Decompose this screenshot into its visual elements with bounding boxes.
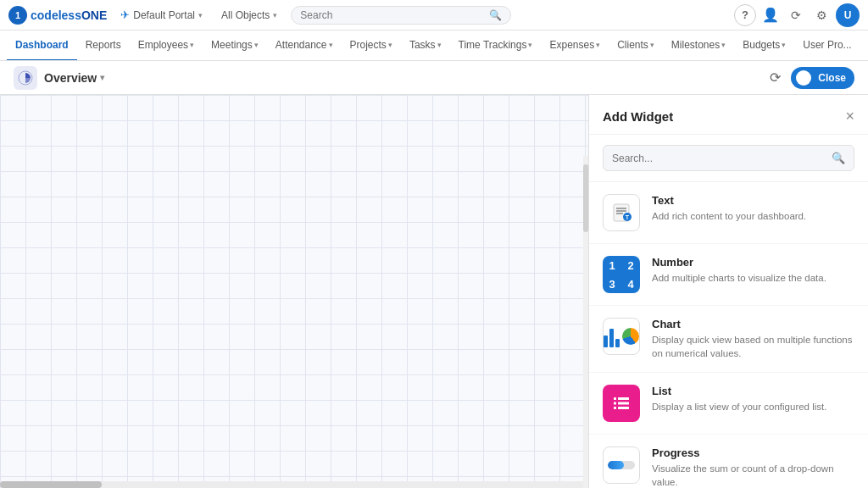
dashboard-header: Overview ▾ ⟳ Close [0,61,868,95]
budgets-chevron: ▾ [782,41,786,49]
avatar-button[interactable]: U [836,3,860,27]
text-widget-name: Text [652,194,806,207]
overview-chevron: ▾ [100,73,104,82]
dashboard-body: Add Widget × 🔍 [0,95,868,488]
all-objects-label: All Objects [221,9,270,21]
panel-header: Add Widget × [589,95,868,135]
list-widget-desc: Display a list view of your configured l… [652,400,826,413]
panel-search-icon: 🔍 [832,152,845,164]
chart-widget-desc: Display quick view based on multiple fun… [652,333,854,360]
progress-widget-name: Progress [652,446,854,459]
all-objects-chevron: ▾ [273,11,277,19]
navbar: Dashboard Reports Employees ▾ Meetings ▾… [0,30,868,61]
refresh-button[interactable]: ⟳ [766,66,784,89]
topbar: 1 codelessONE ✈ Default Portal ▾ All Obj… [0,0,868,30]
number-widget-desc: Add multiple charts to visualize the dat… [652,271,826,285]
progress-bar-container [608,461,635,469]
text-widget-desc: Add rich content to your dashboard. [652,209,806,223]
widget-item-text[interactable]: T Text Add rich content to your dashboar… [589,182,868,244]
widget-item-progress[interactable]: Progress Visualize the sum or count of a… [589,435,868,488]
chart-widget-info: Chart Display quick view based on multip… [652,318,854,360]
portal-chevron: ▾ [198,11,203,19]
dashboard-header-left: Overview ▾ [14,66,104,90]
add-widget-panel: Add Widget × 🔍 [588,95,868,488]
list-widget-icon [603,385,640,422]
svg-rect-10 [618,402,629,405]
expenses-chevron: ▾ [596,41,600,49]
close-toggle-button[interactable]: Close [791,67,854,89]
portal-icon: ✈ [120,8,130,21]
list-widget-name: List [652,385,826,397]
dashboard-icon [18,70,33,86]
progress-widget-desc: Visualize the sum or count of a drop-dow… [652,462,854,488]
list-icon-svg [611,393,632,413]
chart-widget-icon [603,318,640,355]
nav-item-userpro[interactable]: User Pro... [794,30,860,61]
nav-item-milestones[interactable]: Milestones ▾ [663,30,734,61]
nav-item-budgets[interactable]: Budgets ▾ [734,30,794,61]
grid-scrollbar-thumb[interactable] [0,481,102,488]
nav-item-expenses[interactable]: Expenses ▾ [541,30,609,61]
svg-text:T: T [626,214,630,220]
dashboard-header-right: ⟳ Close [766,66,854,89]
user-icon-button[interactable]: 👤 [760,4,782,26]
bar-1 [604,336,608,347]
nav-item-employees[interactable]: Employees ▾ [130,30,203,61]
employees-chevron: ▾ [190,41,194,49]
bar-3 [615,339,620,347]
portal-label: Default Portal [133,9,195,21]
widget-list: T Text Add rich content to your dashboar… [589,182,868,488]
toggle-circle [796,70,811,86]
nav-item-tasks[interactable]: Tasks ▾ [401,30,450,61]
nav-item-meetings[interactable]: Meetings ▾ [203,30,267,61]
widget-item-chart[interactable]: Chart Display quick view based on multip… [589,306,868,373]
settings-button[interactable]: ⚙ [810,4,832,26]
logo[interactable]: 1 codelessONE [8,6,107,25]
num-3: 3 [609,279,615,290]
num-1: 1 [609,260,615,271]
progress-widget-info: Progress Visualize the sum or count of a… [652,446,854,488]
panel-search-input[interactable] [612,152,826,164]
history-button[interactable]: ⟳ [785,4,807,26]
svg-rect-12 [618,407,629,409]
overview-title-text: Overview [44,71,97,85]
chart-bars [604,325,620,347]
text-icon-svg: T [610,202,632,224]
pie-chart-icon [622,328,639,345]
nav-item-projects[interactable]: Projects ▾ [342,30,401,61]
progress-widget-icon [603,446,640,484]
nav-item-clients[interactable]: Clients ▾ [609,30,663,61]
grid-scrollbar[interactable] [0,481,588,488]
widget-item-list[interactable]: List Display a list view of your configu… [589,373,868,435]
svg-rect-9 [614,402,616,405]
topbar-icons: ? 👤 ⟳ ⚙ U [734,3,860,27]
text-widget-info: Text Add rich content to your dashboard. [652,194,806,223]
timetrackings-chevron: ▾ [528,41,532,49]
number-widget-icon: 1 2 3 4 [603,256,640,293]
panel-search-box[interactable]: 🔍 [603,145,854,171]
milestones-chevron: ▾ [721,41,726,49]
panel-close-button[interactable]: × [845,108,854,124]
list-widget-info: List Display a list view of your configu… [652,385,826,413]
grid-area [0,95,588,488]
svg-rect-8 [618,397,629,400]
nav-item-timetrackings[interactable]: Time Trackings ▾ [450,30,542,61]
help-button[interactable]: ? [734,4,756,26]
attendance-chevron: ▾ [329,41,333,49]
topbar-search-input[interactable] [300,9,484,21]
topbar-search[interactable]: 🔍 [291,6,511,25]
number-widget-info: Number Add multiple charts to visualize … [652,256,826,285]
overview-title[interactable]: Overview ▾ [44,71,104,85]
main-content: Overview ▾ ⟳ Close Add Widget × [0,61,868,488]
search-icon: 🔍 [489,9,502,21]
nav-item-reports[interactable]: Reports [77,30,130,61]
portal-button[interactable]: ✈ Default Portal ▾ [115,6,208,24]
num-4: 4 [627,279,633,290]
logo-text: codelessONE [31,8,107,22]
all-objects-button[interactable]: All Objects ▾ [216,7,282,24]
close-label: Close [818,72,846,84]
nav-item-dashboard[interactable]: Dashboard [7,30,77,61]
widget-item-number[interactable]: 1 2 3 4 Number Add multiple charts to vi… [589,244,868,306]
overview-icon [14,66,37,90]
nav-item-attendance[interactable]: Attendance ▾ [267,30,342,61]
